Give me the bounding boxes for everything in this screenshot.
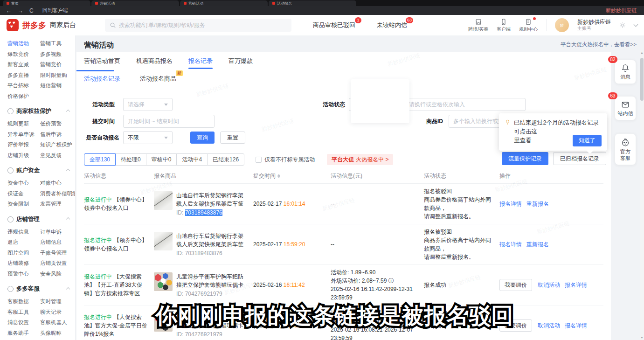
messages-entry[interactable]: 82 消息	[615, 60, 636, 84]
row-action-link[interactable]: 报名详情	[565, 281, 587, 289]
sidebar-item[interactable]: 图片空间	[7, 248, 40, 258]
adjust-price-button[interactable]: 我要调价	[499, 279, 532, 291]
sidebar-item[interactable]: 营销活动	[7, 38, 40, 49]
sidebar-item[interactable]: 客服工具	[7, 307, 40, 318]
sidebar-item[interactable]: 营销竞价	[40, 59, 76, 70]
scroll-down-arrow[interactable]: ▼	[640, 336, 644, 339]
sidebar-item[interactable]: 店铺装修	[7, 258, 40, 269]
column-header[interactable]: 提交时间	[253, 172, 331, 180]
sidebar-item[interactable]: 限时限量购	[40, 70, 76, 81]
sidebar-item[interactable]: 消费者补偿明细	[40, 188, 76, 199]
product-title[interactable]: 山地自行车后货架钢行李架载人后支架快拆尾架后车筐通用骑行装备	[176, 232, 248, 249]
sidebar-item[interactable]: 头像昵称	[40, 328, 76, 339]
back-icon[interactable]: ←	[6, 8, 12, 14]
sidebar-item[interactable]: 多多视频	[40, 49, 76, 60]
browser-account-label[interactable]: 新妙妙供应链	[606, 7, 637, 14]
back-to-client-link[interactable]: 回到客户端	[42, 7, 68, 14]
activity-type-select[interactable]: 请选择	[123, 98, 173, 111]
unread-mail-link[interactable]: 未读站内信 63	[377, 21, 407, 29]
product-image[interactable]	[154, 191, 173, 210]
tab-百万爆款[interactable]: 百万爆款	[229, 52, 253, 70]
sidebar-item[interactable]: 预警中心	[7, 269, 40, 279]
pinduoduo-logo-icon[interactable]: ♥♥♥	[7, 19, 19, 31]
browser-tab[interactable]: 营销活动	[180, 0, 268, 6]
sidebar-item[interactable]: 营销工具	[40, 38, 76, 49]
search-input[interactable]	[119, 22, 287, 28]
sidebar-item[interactable]: 店铺页设置	[40, 258, 76, 269]
hot-promo-chip[interactable]: 平台大促火热报名中 >	[327, 154, 393, 165]
sidebar-item[interactable]: 多多直播	[7, 70, 40, 81]
product-image[interactable]	[154, 272, 173, 291]
chip-filter[interactable]: 全部130	[84, 153, 116, 166]
sidebar-item[interactable]: 新客立减	[7, 59, 40, 70]
sidebar-item[interactable]: 消息设置	[7, 317, 40, 328]
reload-icon[interactable]: C	[29, 8, 34, 14]
sidebar-item[interactable]: 评价举报	[7, 139, 40, 150]
sort-icon[interactable]	[277, 174, 280, 178]
product-id[interactable]: 704276921979	[185, 291, 222, 297]
header-search[interactable]	[105, 19, 291, 32]
auto-signup-select[interactable]: 不限	[123, 131, 173, 144]
sidebar-item[interactable]: 爆款竞价	[7, 49, 40, 60]
product-title[interactable]: 儿童滑步平衡车护胸车把防撞把立保护套饰熊猫玩偶卡通公仔把手装	[176, 272, 248, 289]
tab-营销活动首页[interactable]: 营销活动首页	[84, 52, 120, 70]
row-action-link[interactable]: 取消活动	[538, 321, 560, 330]
sidebar-item[interactable]: 资金中心	[7, 178, 40, 188]
sidebar-item[interactable]: 短信营销	[40, 80, 76, 91]
row-action-link[interactable]: 取消活动	[538, 281, 560, 289]
sidebar-item[interactable]: 保证金	[7, 188, 40, 199]
sidebar-item[interactable]: 退店	[7, 237, 40, 248]
browser-tab[interactable]: 营销活动	[91, 0, 179, 6]
chip-filter[interactable]: 活动中4	[176, 153, 208, 166]
sidebar-item[interactable]: 子账号管理	[40, 248, 76, 258]
product-id[interactable]: 704276921979	[185, 331, 222, 338]
rule-center-entry[interactable]: 规则中心	[519, 18, 538, 33]
product-title[interactable]: 儿童滑步平衡车护胸车把防撞把立保护套饰熊猫玩偶卡通公仔把手装	[176, 313, 248, 330]
tooltip-ok-button[interactable]: 知道了	[573, 135, 602, 146]
sidebar-item[interactable]: 客服机器人	[40, 317, 76, 328]
product-title[interactable]: 山地自行车后货架钢行李架载人后支架快拆尾架后车筐通用骑行装备	[176, 191, 248, 208]
browser-tab[interactable]: 首页	[3, 0, 90, 6]
avatar[interactable]: 妙	[555, 18, 569, 32]
page-scrollbar[interactable]: ▲ ▼	[640, 50, 644, 340]
product-id[interactable]: 703189483876	[185, 250, 222, 257]
subtab-activity-products[interactable]: 活动报名商品 新	[140, 75, 176, 83]
only-untagged-checkbox[interactable]	[256, 157, 262, 163]
sidebar-item[interactable]: 发票管理	[40, 199, 76, 209]
cross-border-entry[interactable]: 跨境/买菜	[468, 18, 488, 33]
sidebar-item[interactable]: 客服数据	[7, 296, 40, 307]
forward-icon[interactable]: →	[18, 8, 23, 14]
traffic-protection-button[interactable]: 流量保护记录	[502, 152, 548, 165]
sidebar-item[interactable]: 店铺升级	[7, 150, 40, 161]
sidebar-item[interactable]: 意见反馈	[40, 150, 76, 161]
official-service-entry[interactable]: 官方 客服	[615, 133, 636, 165]
scrollbar-thumb[interactable]	[640, 58, 644, 101]
sidebar-item[interactable]: 知识产权保护	[40, 139, 76, 150]
row-action-link[interactable]: 报名详情	[499, 200, 522, 208]
row-action-link[interactable]: 重新报名	[526, 200, 549, 208]
sidebar-item[interactable]: 规则更新	[7, 118, 40, 129]
sidebar-section-header[interactable]: 多多客服	[0, 279, 75, 296]
product-image[interactable]	[154, 232, 173, 250]
sidebar-section-header[interactable]: 商家权益保护	[0, 101, 75, 118]
sidebar-section-header[interactable]: 店铺管理	[0, 209, 75, 227]
sidebar-item[interactable]: 价格保护	[7, 91, 40, 102]
chip-filter[interactable]: 审核中0	[146, 153, 177, 166]
account-info[interactable]: 新妙妙供应链 主账号	[577, 19, 611, 32]
client-app-entry[interactable]: 客户端	[497, 18, 511, 33]
site-mail-entry[interactable]: 63 站内信	[615, 96, 636, 120]
audit-rejected-link[interactable]: 商品审核已驳回 1	[313, 21, 355, 29]
sidebar-item[interactable]: 服务助手	[7, 328, 40, 339]
adjust-price-button[interactable]: 我要调价	[499, 319, 532, 332]
browser-tab[interactable]: 活动报名	[269, 0, 356, 6]
tab-报名记录[interactable]: 报名记录	[188, 52, 213, 70]
row-action-link[interactable]: 重新报名	[526, 240, 549, 249]
row-action-link[interactable]: 报名详情	[565, 321, 587, 330]
submit-time-input[interactable]	[123, 115, 215, 128]
product-image[interactable]	[154, 313, 173, 332]
row-action-link[interactable]: 报名详情	[499, 240, 522, 249]
gear-icon[interactable]	[619, 22, 626, 28]
sidebar-item[interactable]: 店铺信息	[40, 237, 76, 248]
tab-机遇商品报名[interactable]: 机遇商品报名	[136, 52, 173, 70]
scroll-up-arrow[interactable]: ▲	[640, 51, 644, 54]
